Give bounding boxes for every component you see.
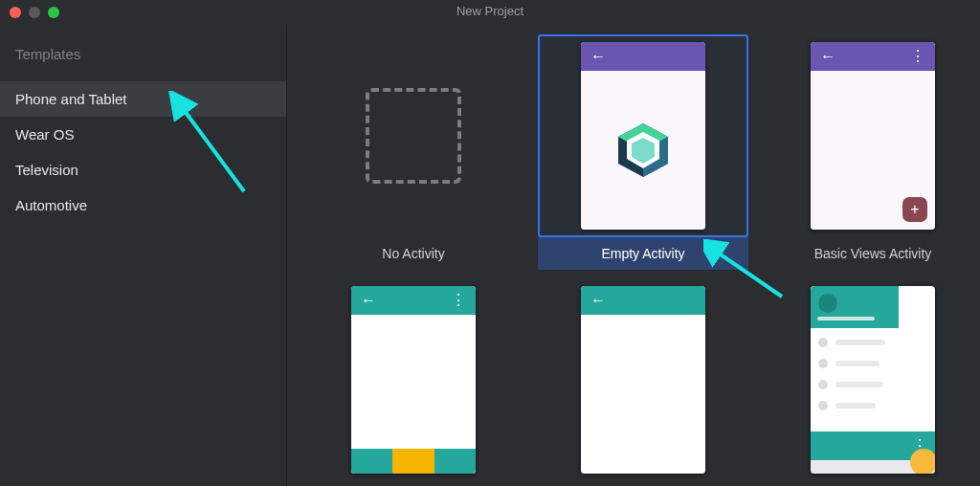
bottom-nav-icon — [351, 449, 476, 474]
sidebar-heading: Templates — [0, 46, 286, 81]
appbar: ← — [581, 286, 705, 315]
sidebar-item-television[interactable]: Television — [0, 152, 286, 188]
fab-icon — [910, 449, 935, 474]
back-arrow-icon: ← — [590, 293, 606, 308]
template-empty-activity[interactable]: ← — [538, 34, 748, 278]
appbar: ← ⋮ — [351, 286, 476, 315]
back-arrow-icon: ← — [820, 49, 835, 64]
template-label — [768, 481, 978, 486]
titlebar: New Project — [0, 0, 980, 25]
template-navigation-drawer-activity[interactable]: ⋮ — [768, 278, 978, 486]
template-basic-views-activity[interactable]: ← ⋮ + Basic Views Activity — [768, 34, 978, 278]
sidebar-item-phone-and-tablet[interactable]: Phone and Tablet — [0, 81, 286, 117]
template-label — [538, 481, 748, 486]
template-label: Basic Views Activity — [768, 237, 978, 270]
template-label: No Activity — [308, 237, 519, 270]
appbar: ← ⋮ — [811, 42, 935, 71]
phone-mock: ← — [581, 286, 705, 474]
overflow-menu-icon: ⋮ — [910, 49, 925, 64]
phone-mock: ← ⋮ — [351, 286, 476, 474]
back-arrow-icon: ← — [361, 293, 376, 308]
no-activity-placeholder-icon — [366, 88, 461, 184]
phone-mock: ← ⋮ + — [811, 42, 935, 230]
template-gallery: No Activity ← — [287, 25, 980, 486]
nav-drawer-icon — [811, 286, 899, 431]
template-no-activity[interactable]: No Activity — [308, 34, 519, 278]
template-bottom-navigation-activity[interactable]: ← ⋮ — [308, 278, 519, 486]
template-empty-views-activity[interactable]: ← — [538, 278, 748, 486]
back-arrow-icon: ← — [590, 49, 606, 64]
sidebar-item-wear-os[interactable]: Wear OS — [0, 117, 286, 152]
fab-add-icon: + — [902, 197, 927, 222]
window-title: New Project — [0, 4, 980, 18]
sidebar-item-automotive[interactable]: Automotive — [0, 188, 286, 223]
template-label: Empty Activity — [538, 237, 748, 270]
overflow-menu-icon: ⋮ — [451, 293, 466, 308]
phone-mock: ← — [581, 42, 705, 230]
compose-logo-icon — [581, 71, 705, 230]
appbar: ← — [581, 42, 705, 71]
content: Templates Phone and Tablet Wear OS Telev… — [0, 25, 980, 486]
template-label — [308, 481, 519, 486]
phone-mock: ⋮ — [811, 286, 935, 474]
sidebar: Templates Phone and Tablet Wear OS Telev… — [0, 25, 287, 486]
